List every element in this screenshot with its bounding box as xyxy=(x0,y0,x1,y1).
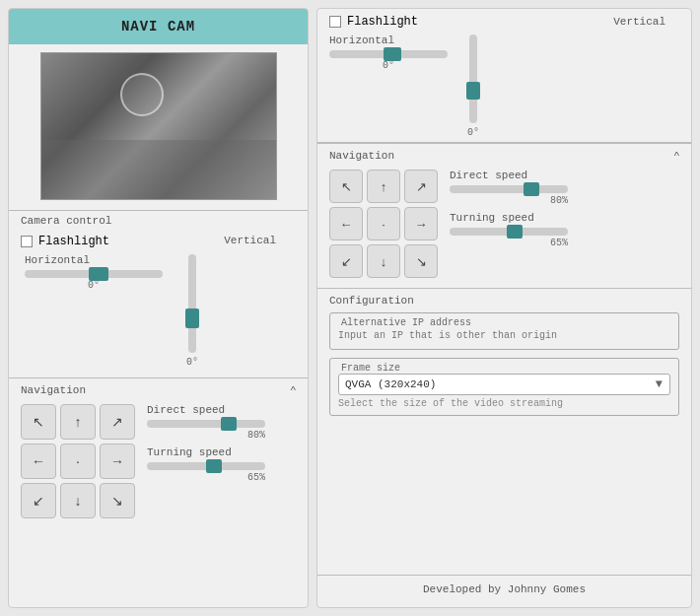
right-nav-grid: ↖ ↑ ↗ ← · → ↙ ↓ ↘ xyxy=(329,170,438,278)
right-vertical-slider[interactable] xyxy=(469,34,477,123)
direct-speed-value: 80% xyxy=(147,430,265,441)
right-speed-controls: Direct speed 80% Turning speed 65% xyxy=(450,170,568,254)
app-title: NAVI CAM xyxy=(121,19,195,34)
nav-down-left-button[interactable]: ↙ xyxy=(21,483,56,518)
left-panel: NAVI CAM Camera control Flashlight Verti… xyxy=(8,8,309,608)
right-horizontal-deg: 0° xyxy=(329,60,448,71)
alt-ip-legend: Alternative IP address xyxy=(338,317,670,328)
right-nav-up-left-button[interactable]: ↖ xyxy=(329,170,363,203)
right-direct-speed-thumb[interactable] xyxy=(524,182,539,196)
vertical-label: Vertical xyxy=(224,235,296,246)
nav-collapse-button[interactable]: ^ xyxy=(291,384,296,396)
nav-up-left-button[interactable]: ↖ xyxy=(21,404,56,440)
right-turning-speed-value: 65% xyxy=(450,238,568,248)
alt-ip-input[interactable] xyxy=(338,328,670,343)
horizontal-deg: 0° xyxy=(25,280,163,291)
screen: NAVI CAM Camera control Flashlight Verti… xyxy=(0,0,700,616)
nav-controls: ↖ ↑ ↗ ← · → ↙ ↓ ↘ Direct speed 80% Tu xyxy=(21,404,296,518)
right-horizontal-thumb[interactable] xyxy=(384,47,401,61)
config-section: Configuration Alternative IP address Fra… xyxy=(317,288,691,430)
right-panel: Flashlight Vertical Horizontal 0° 0° xyxy=(316,8,692,608)
nav-up-button[interactable]: ↑ xyxy=(60,404,96,440)
vertical-slider-group: 0° xyxy=(186,254,198,368)
nav-down-button[interactable]: ↓ xyxy=(60,483,96,518)
nav-center-button[interactable]: · xyxy=(60,444,96,479)
right-nav-left-button[interactable]: ← xyxy=(329,207,363,240)
right-turning-speed-slider[interactable] xyxy=(450,228,568,236)
direct-speed-label: Direct speed xyxy=(147,404,265,416)
nav-header: Navigation ^ xyxy=(21,384,296,396)
right-nav-center-button[interactable]: · xyxy=(367,207,400,240)
right-flashlight-checkbox[interactable] xyxy=(329,16,341,28)
panel-header: NAVI CAM xyxy=(9,9,308,44)
right-horizontal-group: Horizontal 0° xyxy=(329,34,448,71)
right-vertical-deg: 0° xyxy=(467,127,479,138)
config-title: Configuration xyxy=(329,295,679,307)
right-flashlight-row: Flashlight Vertical xyxy=(329,15,679,29)
flashlight-label: Flashlight xyxy=(38,235,109,248)
horizontal-slider[interactable] xyxy=(25,270,163,278)
right-nav-section: Navigation ^ ↖ ↑ ↗ ← · → ↙ ↓ ↘ Direct sp… xyxy=(317,143,691,284)
frame-size-legend: Frame size xyxy=(338,363,670,374)
turning-speed-value: 65% xyxy=(147,472,265,483)
direct-speed-slider[interactable] xyxy=(147,420,265,428)
right-horizontal-slider[interactable] xyxy=(329,50,448,58)
flashlight-group: Flashlight xyxy=(21,235,216,248)
right-vertical-group: 0° xyxy=(467,34,479,138)
direct-speed-thumb[interactable] xyxy=(221,417,237,431)
alt-ip-fieldset: Alternative IP address xyxy=(329,312,679,350)
right-turning-speed-label: Turning speed xyxy=(450,212,568,224)
vertical-thumb[interactable] xyxy=(185,308,199,328)
horizontal-thumb[interactable] xyxy=(89,267,108,281)
right-nav-controls: ↖ ↑ ↗ ← · → ↙ ↓ ↘ Direct speed 80% Tu xyxy=(329,170,679,278)
right-sliders-row: Horizontal 0° 0° xyxy=(329,34,679,138)
flashlight-row: Flashlight Vertical xyxy=(21,235,296,248)
vertical-slider[interactable] xyxy=(188,254,196,353)
right-nav-header: Navigation ^ xyxy=(329,150,679,162)
right-direct-speed-label: Direct speed xyxy=(450,170,568,181)
right-nav-down-left-button[interactable]: ↙ xyxy=(329,244,363,278)
nav-up-right-button[interactable]: ↗ xyxy=(100,404,135,440)
right-camera-control: Flashlight Vertical Horizontal 0° 0° xyxy=(317,9,691,143)
right-direct-speed-slider[interactable] xyxy=(450,185,568,193)
nav-title: Navigation xyxy=(21,384,86,396)
right-nav-right-button[interactable]: → xyxy=(404,207,438,240)
camera-control-label: Camera control xyxy=(9,210,308,229)
nav-right-button[interactable]: → xyxy=(100,444,135,479)
right-nav-up-button[interactable]: ↑ xyxy=(367,170,400,203)
frame-size-select[interactable]: QVGA (320x240) VGA (640x480) SVGA (800x6… xyxy=(338,374,670,395)
frame-size-fieldset: Frame size QVGA (320x240) VGA (640x480) … xyxy=(329,358,679,416)
right-nav-up-right-button[interactable]: ↗ xyxy=(404,170,438,203)
nav-down-right-button[interactable]: ↘ xyxy=(100,483,135,518)
right-nav-title: Navigation xyxy=(329,150,394,162)
turning-speed-label: Turning speed xyxy=(147,446,265,458)
sliders-row: Horizontal 0° 0° xyxy=(21,254,296,368)
nav-grid: ↖ ↑ ↗ ← · → ↙ ↓ ↘ xyxy=(21,404,135,518)
speed-controls: Direct speed 80% Turning speed 65% xyxy=(147,404,265,489)
left-nav-section: Navigation ^ ↖ ↑ ↗ ← · → ↙ ↓ ↘ Direct sp… xyxy=(9,377,308,524)
right-flashlight-label: Flashlight xyxy=(347,15,418,29)
footer: Developed by Johnny Gomes xyxy=(317,575,691,603)
turning-speed-thumb[interactable] xyxy=(206,459,222,473)
right-nav-down-button[interactable]: ↓ xyxy=(367,244,400,278)
nav-left-button[interactable]: ← xyxy=(21,444,56,479)
vertical-deg: 0° xyxy=(186,357,198,368)
right-vertical-label: Vertical xyxy=(613,16,679,28)
frame-size-select-wrapper: QVGA (320x240) VGA (640x480) SVGA (800x6… xyxy=(338,374,670,395)
camera-control-section: Flashlight Vertical Horizontal 0° 0° xyxy=(9,229,308,374)
right-nav-down-right-button[interactable]: ↘ xyxy=(404,244,438,278)
right-direct-speed-value: 80% xyxy=(450,195,568,206)
right-turning-speed-thumb[interactable] xyxy=(507,225,523,239)
right-vertical-thumb[interactable] xyxy=(466,82,480,100)
frame-size-hint: Select the size of the video streaming xyxy=(338,398,670,409)
flashlight-checkbox[interactable] xyxy=(21,236,33,247)
right-horizontal-label: Horizontal xyxy=(329,34,394,46)
turning-speed-slider[interactable] xyxy=(147,462,265,470)
right-nav-collapse-button[interactable]: ^ xyxy=(674,150,679,162)
camera-feed xyxy=(40,52,277,200)
horizontal-slider-group: Horizontal 0° xyxy=(25,254,163,291)
horizontal-label: Horizontal xyxy=(25,254,90,266)
